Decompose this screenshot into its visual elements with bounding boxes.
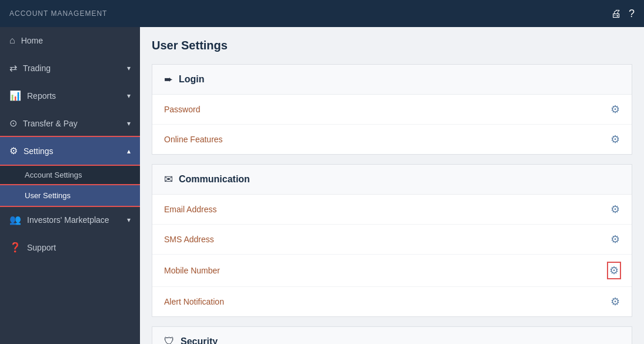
sms-address-gear-icon[interactable]: ⚙ xyxy=(610,233,620,246)
row-email-address: Email Address ⚙ xyxy=(152,195,632,225)
help-icon[interactable]: ? xyxy=(629,8,635,20)
sidebar-item-reports[interactable]: 📊 Reports ▾ xyxy=(0,82,140,109)
sidebar-item-support[interactable]: ❓ Support xyxy=(0,233,140,261)
support-icon: ❓ xyxy=(9,242,21,253)
row-password: Password ⚙ xyxy=(152,95,632,125)
section-title-communication: Communication xyxy=(179,174,250,185)
sidebar-item-label: Reports xyxy=(27,91,127,101)
row-online-features: Online Features ⚙ xyxy=(152,125,632,154)
password-gear-icon[interactable]: ⚙ xyxy=(610,103,620,116)
section-communication: ✉ Communication Email Address ⚙ SMS Addr… xyxy=(152,164,632,317)
reports-icon: 📊 xyxy=(9,90,21,101)
sidebar-item-label: Settings xyxy=(24,146,127,156)
sidebar-item-label: Home xyxy=(21,36,131,45)
sidebar-item-label: Investors' Marketplace xyxy=(27,215,127,225)
settings-icon: ⚙ xyxy=(9,145,18,156)
page-title: User Settings xyxy=(152,39,632,52)
app-title: ACCOUNT MANAGEMENT xyxy=(9,9,107,18)
sidebar-item-settings[interactable]: ⚙ Settings ▴ xyxy=(0,137,140,165)
trading-icon: ⇄ xyxy=(9,62,17,74)
alert-notification-gear-icon[interactable]: ⚙ xyxy=(610,295,620,308)
sidebar-item-label: Trading xyxy=(23,64,127,73)
password-label: Password xyxy=(164,105,610,114)
top-header: ACCOUNT MANAGEMENT 🖨 ? xyxy=(0,0,644,27)
sidebar-item-account-settings[interactable]: Account Settings xyxy=(0,165,140,185)
row-sms-address: SMS Address ⚙ xyxy=(152,225,632,255)
transfer-pay-icon: ⊙ xyxy=(9,118,17,129)
sidebar-sub-item-label: User Settings xyxy=(25,191,71,200)
chevron-down-icon: ▾ xyxy=(127,216,131,224)
sidebar-item-label: Support xyxy=(27,243,131,252)
investors-icon: 👥 xyxy=(9,214,21,225)
section-title-security: Security xyxy=(181,336,218,345)
section-header-security: 🛡 Security xyxy=(152,327,632,344)
sidebar-item-trading[interactable]: ⇄ Trading ▾ xyxy=(0,54,140,82)
chevron-down-icon: ▾ xyxy=(127,64,131,72)
header-icons: 🖨 ? xyxy=(611,8,635,20)
row-mobile-number: Mobile Number ⚙ xyxy=(152,255,632,287)
sidebar-sub-item-label: Account Settings xyxy=(25,171,82,179)
section-title-login: Login xyxy=(179,74,205,85)
sidebar-item-investors-marketplace[interactable]: 👥 Investors' Marketplace ▾ xyxy=(0,206,140,233)
sidebar-item-transfer-pay[interactable]: ⊙ Transfer & Pay ▾ xyxy=(0,109,140,137)
sidebar-item-label: Transfer & Pay xyxy=(23,119,127,128)
sidebar: ⌂ Home ⇄ Trading ▾ 📊 Reports ▾ ⊙ Transfe… xyxy=(0,27,140,344)
print-icon[interactable]: 🖨 xyxy=(611,8,622,20)
main-layout: ⌂ Home ⇄ Trading ▾ 📊 Reports ▾ ⊙ Transfe… xyxy=(0,27,644,344)
section-security: 🛡 Security IP Restrictions ⚙ Secure Logi… xyxy=(152,326,632,344)
sidebar-item-user-settings[interactable]: User Settings xyxy=(0,185,140,206)
sms-address-label: SMS Address xyxy=(164,235,610,244)
section-header-communication: ✉ Communication xyxy=(152,165,632,195)
home-icon: ⌂ xyxy=(9,35,15,46)
chevron-up-icon: ▴ xyxy=(127,147,131,155)
login-icon: ➨ xyxy=(164,73,173,86)
security-icon: 🛡 xyxy=(164,335,175,344)
section-header-login: ➨ Login xyxy=(152,65,632,95)
communication-icon: ✉ xyxy=(164,173,173,186)
section-login: ➨ Login Password ⚙ Online Features ⚙ xyxy=(152,64,632,155)
mobile-number-gear-icon[interactable]: ⚙ xyxy=(608,263,620,278)
email-address-label: Email Address xyxy=(164,205,610,214)
sidebar-item-home[interactable]: ⌂ Home xyxy=(0,27,140,54)
chevron-down-icon: ▾ xyxy=(127,119,131,128)
alert-notification-label: Alert Notification xyxy=(164,297,610,306)
chevron-down-icon: ▾ xyxy=(127,92,131,100)
content-area: User Settings ➨ Login Password ⚙ Online … xyxy=(140,27,644,344)
mobile-number-label: Mobile Number xyxy=(164,266,608,275)
online-features-gear-icon[interactable]: ⚙ xyxy=(610,133,620,146)
row-alert-notification: Alert Notification ⚙ xyxy=(152,287,632,316)
email-address-gear-icon[interactable]: ⚙ xyxy=(610,203,620,216)
online-features-label: Online Features xyxy=(164,135,610,144)
